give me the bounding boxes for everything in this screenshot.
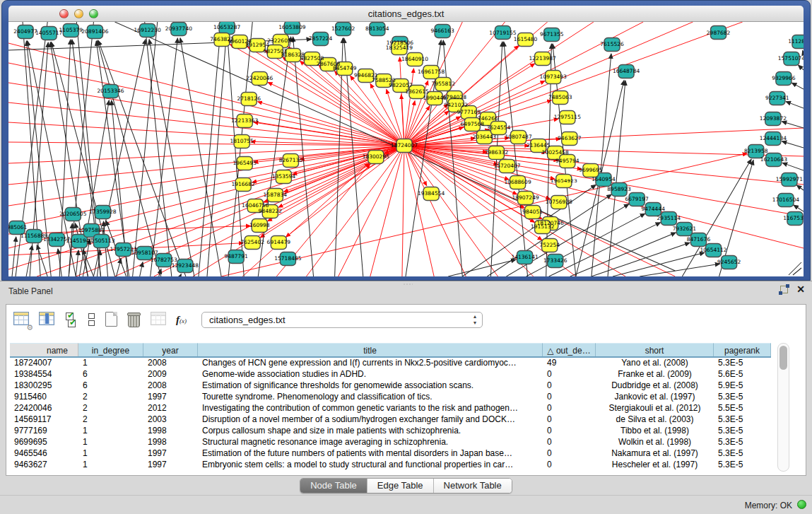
table-cell: Structural magnetic resonance image aver… bbox=[198, 437, 543, 448]
close-icon[interactable]: ✕ bbox=[796, 286, 805, 293]
graph-edge bbox=[443, 40, 462, 276]
column-visibility-icon[interactable] bbox=[39, 312, 56, 329]
graph-node-label: 16912230 bbox=[134, 28, 161, 34]
network-canvas[interactable]: 1872400724049771405571711053792089140616… bbox=[8, 22, 804, 276]
graph-node-label: 14136141 bbox=[511, 255, 538, 261]
graph-node-label: 9474444 bbox=[642, 206, 666, 213]
column-header[interactable]: title bbox=[198, 343, 543, 356]
graph-edge bbox=[404, 146, 498, 276]
graph-edge bbox=[69, 223, 72, 276]
table-cell: 0 bbox=[543, 448, 596, 460]
graph-edge bbox=[796, 185, 804, 190]
graph-edge bbox=[794, 205, 804, 211]
table-cell: 0 bbox=[543, 369, 596, 380]
table-scrollbar[interactable] bbox=[777, 343, 789, 472]
graph-edge bbox=[149, 40, 194, 276]
tab-network-table[interactable]: Network Table bbox=[434, 479, 512, 493]
memory-status: Memory: OK bbox=[745, 501, 792, 510]
window-title: citations_edges.txt bbox=[8, 8, 804, 19]
graph-edge bbox=[180, 274, 182, 276]
table-cell: 0 bbox=[543, 392, 596, 403]
graph-node-label: 160998 bbox=[249, 223, 270, 229]
graph-edge bbox=[268, 82, 404, 146]
window-titlebar[interactable]: citations_edges.txt bbox=[8, 6, 804, 22]
graph-node-label: 6914479 bbox=[267, 240, 291, 246]
graph-node-label: 15992971 bbox=[776, 177, 803, 183]
graph-node-label: 18325419 bbox=[386, 45, 413, 52]
graph-edge bbox=[792, 83, 804, 89]
table-cell: 19384554 bbox=[10, 369, 78, 380]
graph-node-label: 752254 bbox=[539, 243, 560, 249]
tab-edge-table[interactable]: Edge Table bbox=[367, 479, 434, 493]
graph-node-label: 18907249 bbox=[512, 195, 539, 201]
column-header[interactable]: in_degree bbox=[78, 343, 143, 356]
graph-node-label: 10756928 bbox=[546, 199, 572, 206]
graph-node-label: 1810755 bbox=[230, 139, 254, 145]
graph-node-label: 9463627 bbox=[558, 136, 582, 142]
scrollbar-thumb[interactable] bbox=[779, 346, 787, 370]
table-cell: Stergiakouli et al. (2012) bbox=[596, 403, 714, 414]
graph-edge bbox=[145, 22, 172, 276]
table-selector-dropdown[interactable]: citations_edges.txt ▴▾ bbox=[201, 312, 483, 328]
graph-node-label: 1965495 bbox=[233, 160, 257, 167]
graph-node-label: 22420046 bbox=[246, 76, 273, 82]
table-cell: 6 bbox=[78, 380, 143, 392]
graph-node-label: 18724007 bbox=[391, 143, 418, 149]
table-row[interactable]: 946362711997Embryonic stem cells: a mode… bbox=[10, 460, 771, 471]
table-row[interactable]: 1938455462009Genome-wide association stu… bbox=[10, 369, 771, 380]
table-cell: 2009 bbox=[143, 369, 198, 380]
column-header[interactable]: name bbox=[10, 343, 78, 356]
table-row[interactable]: 2242004622012Investigating the contribut… bbox=[10, 403, 771, 414]
graph-node-label: 8958923 bbox=[607, 187, 631, 193]
table-row[interactable]: 1830029562008Estimation of significance … bbox=[10, 380, 771, 392]
graph-node-label: 7615526 bbox=[600, 42, 624, 48]
table-row[interactable]: 969969511998Structural magnetic resonanc… bbox=[10, 437, 771, 448]
delete-icon[interactable] bbox=[128, 312, 145, 329]
graph-edge bbox=[370, 146, 404, 276]
graph-node-label: 12444134 bbox=[760, 136, 787, 142]
graph-node-label: 1915132 bbox=[531, 224, 555, 230]
graph-node-label: 8813054 bbox=[365, 26, 389, 33]
table-cell: Tourette syndrome. Phenomenology and cla… bbox=[198, 392, 543, 403]
table-cell: 5.3E-5 bbox=[714, 448, 771, 460]
graph-node-label: 8471676 bbox=[687, 237, 711, 243]
graph-node-label: 1105379 bbox=[59, 28, 83, 34]
column-header[interactable]: short bbox=[596, 343, 714, 356]
table-cell: 5.3E-5 bbox=[714, 437, 771, 448]
graph-node-label: 20206505 bbox=[59, 211, 86, 218]
new-document-icon[interactable] bbox=[105, 312, 122, 329]
table-toolbar: ⚙ f(x) citations_edges.txt ▴▾ bbox=[6, 305, 806, 337]
graph-edge bbox=[8, 122, 404, 146]
table-row[interactable]: 1456911722003Disruption of a novel membe… bbox=[10, 414, 771, 426]
float-window-icon[interactable] bbox=[780, 286, 788, 293]
table-cell: 2 bbox=[78, 403, 143, 414]
table-cell: 18300295 bbox=[10, 380, 78, 392]
graph-edge bbox=[402, 146, 404, 276]
column-header[interactable]: year bbox=[143, 343, 198, 356]
table-settings-icon[interactable]: ⚙ bbox=[13, 312, 30, 329]
table-cell: Tibbo et al. (1998) bbox=[596, 426, 714, 437]
graph-node-label: 984051 bbox=[522, 209, 543, 216]
table-cell: 6 bbox=[78, 369, 143, 380]
graph-edge bbox=[26, 245, 33, 276]
column-header[interactable]: pagerank bbox=[714, 343, 771, 356]
table-row[interactable]: 946554611997Estimation of the future num… bbox=[10, 448, 771, 460]
graph-node-label: 2987682 bbox=[707, 30, 731, 36]
column-header[interactable]: △ out_de… bbox=[543, 343, 596, 356]
function-builder-icon[interactable]: f(x) bbox=[176, 313, 193, 330]
clear-selection-icon[interactable] bbox=[86, 312, 102, 329]
graph-node-label: 7625402 bbox=[240, 240, 264, 246]
graph-node-label: 20937740 bbox=[165, 26, 192, 33]
graph-node-label: 19384554 bbox=[418, 191, 445, 197]
graph-node-label: 9245652 bbox=[717, 259, 741, 266]
table-row[interactable]: 911546021997Tourette syndrome. Phenomeno… bbox=[10, 392, 771, 403]
tab-node-table[interactable]: Node Table bbox=[300, 479, 367, 493]
graph-edge bbox=[782, 141, 804, 148]
graph-node-label: 6679197 bbox=[625, 197, 649, 203]
graph-edge bbox=[448, 259, 516, 276]
table-row[interactable]: 1872400712008Changes of HCN gene express… bbox=[10, 358, 771, 369]
graph-node-label: 12093872 bbox=[760, 116, 787, 122]
table-row[interactable]: 977716911998Corpus callosum shape and si… bbox=[10, 426, 771, 437]
table-panel: Table Panel ✕ ⚙ f(x) citations_edges.txt… bbox=[0, 281, 812, 514]
select-all-icon[interactable] bbox=[64, 312, 81, 329]
